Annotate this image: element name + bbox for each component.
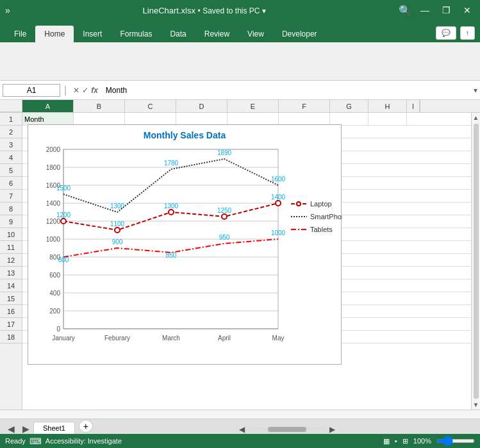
formula-expand-icon[interactable]: ▾ [474,86,477,95]
x-label-feb: Feburary [104,335,130,342]
ready-status: Ready [5,437,26,445]
name-box[interactable] [3,84,60,97]
add-sheet-btn[interactable]: + [79,420,93,433]
close-button[interactable]: ✕ [459,4,475,17]
row-6[interactable]: 6 [0,177,22,190]
view-normal-icon[interactable]: ▦ [383,437,390,445]
cell-A1[interactable]: Month [22,113,74,125]
col-header-A[interactable]: A [22,100,74,112]
row-12[interactable]: 12 [0,254,22,267]
laptop-label-1: 1200 [56,212,71,219]
ribbon-action-icons: 💬 ↑ [436,26,476,40]
zoom-level: 100% [413,437,431,445]
row-15[interactable]: 15 [0,292,22,305]
tab-formulas[interactable]: Formulas [111,26,161,42]
col-header-I[interactable]: I [407,100,420,112]
horizontal-scrollbar[interactable] [0,410,480,419]
row-8[interactable]: 8 [0,203,22,215]
vertical-scrollbar[interactable]: ▲ ▼ [471,113,480,410]
col-header-H[interactable]: H [368,100,407,112]
tab-file[interactable]: File [5,26,35,42]
laptop-label-3: 1300 [164,203,179,210]
row-14[interactable]: 14 [0,279,22,292]
tab-developer[interactable]: Developer [273,26,326,42]
col-header-F[interactable]: F [279,100,330,112]
tab-insert[interactable]: Insert [74,26,111,42]
legend-laptop-dot [297,202,301,206]
row-2[interactable]: 2 [0,126,22,138]
tab-review[interactable]: Review [195,26,238,42]
col-header-B[interactable]: B [74,100,125,112]
formula-input[interactable] [103,86,471,95]
laptop-point-2 [115,228,120,233]
row-9[interactable]: 9 [0,215,22,228]
cell-C1[interactable] [125,113,176,125]
tab-scroll-right[interactable]: ▶ [329,425,335,434]
row-10[interactable]: 10 [0,228,22,241]
tablets-label-2: 900 [112,238,123,245]
col-header-D[interactable]: D [176,100,228,112]
tab-view[interactable]: View [238,26,273,42]
x-label-jan: January [52,335,75,342]
laptop-label-5: 1400 [271,194,286,201]
row-13[interactable]: 13 [0,267,22,279]
row-4[interactable]: 4 [0,151,22,164]
title-chevron-icon[interactable]: ▾ [262,6,266,15]
smartphone-label-4: 1890 [217,149,232,156]
zoom-slider[interactable] [436,439,475,443]
cell-F1[interactable] [279,113,330,125]
row-5[interactable]: 5 [0,164,22,177]
tab-scroll-thumb[interactable] [268,427,306,432]
tablets-label-3: 850 [166,252,177,259]
smartphone-label-2: 1300 [110,203,125,210]
y-label-1000: 1000 [46,236,61,243]
scroll-thumb[interactable] [474,124,479,399]
row-18[interactable]: 18 [0,331,22,344]
row-7[interactable]: 7 [0,190,22,203]
row-11[interactable]: 11 [0,241,22,254]
cancel-icon[interactable]: ✕ [73,86,79,95]
col-header-E[interactable]: E [228,100,279,112]
col-header-C[interactable]: C [125,100,176,112]
scroll-up-btn[interactable]: ▲ [472,113,480,122]
y-label-400: 400 [49,290,60,297]
row-17[interactable]: 17 [0,318,22,331]
cell-G1[interactable] [330,113,368,125]
cell-E1[interactable] [228,113,279,125]
y-label-1400: 1400 [46,200,61,207]
filename-label: LineChart.xlsx [143,6,195,15]
sheet-prev-btn[interactable]: ◀ [5,424,17,434]
row-16[interactable]: 16 [0,305,22,318]
tab-home[interactable]: Home [35,26,74,42]
tablets-label-5: 1000 [271,229,286,236]
col-header-G[interactable]: G [330,100,368,112]
tab-data[interactable]: Data [161,26,195,42]
search-icon[interactable]: 🔍 [399,4,411,17]
comment-icon[interactable]: 💬 [436,26,456,40]
smartphone-label-1: 1500 [56,185,71,192]
legend-laptop-label: Laptop [310,200,332,208]
confirm-icon[interactable]: ✓ [82,86,88,95]
cell-H1[interactable] [368,113,407,125]
cell-D1[interactable] [176,113,228,125]
y-label-600: 600 [49,272,60,279]
cell-B1[interactable] [74,113,125,125]
row-3[interactable]: 3 [0,138,22,151]
y-label-1800: 1800 [46,164,61,171]
view-page-break-icon[interactable]: ⊞ [402,437,408,445]
ribbon-pin-icon[interactable]: » [5,5,10,15]
legend-smartphone-label: SmartPhone [310,213,342,220]
row-1[interactable]: 1 [0,113,22,126]
fx-icon[interactable]: fx [91,86,98,95]
share-icon[interactable]: ↑ [460,26,476,40]
scroll-down-btn[interactable]: ▼ [472,400,480,410]
chart-container[interactable]: Monthly Sales Data [28,124,342,365]
view-layout-icon[interactable]: ▪ [395,437,397,445]
tab-scroll-left[interactable]: ◀ [239,425,245,434]
sheet-next-btn[interactable]: ▶ [20,424,32,434]
tablets-label-1: 800 [58,256,69,263]
restore-button[interactable]: ❐ [438,4,454,17]
minimize-button[interactable]: — [417,4,433,17]
status-bar: Ready ⌨ Accessibility: Investigate ▦ ▪ ⊞… [0,434,480,448]
sheet-tab-1[interactable]: Sheet1 [33,422,75,434]
